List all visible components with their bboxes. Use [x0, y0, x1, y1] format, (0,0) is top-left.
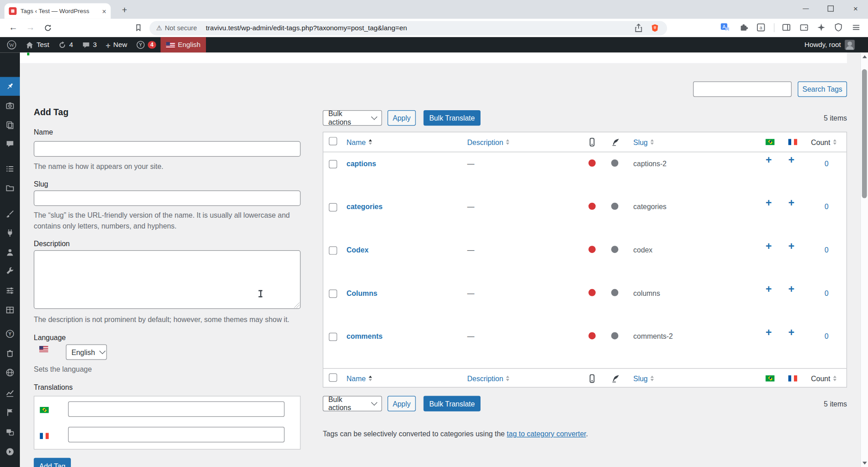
sort-by-slug-header[interactable]: Slug [633, 374, 653, 383]
sidebar-item-appearance[interactable] [0, 204, 20, 223]
add-translation-br-button[interactable]: + [765, 327, 772, 337]
tag-count-link[interactable]: 0 [819, 203, 834, 211]
scroll-up-arrow[interactable] [862, 56, 867, 58]
sidebar-item-media[interactable] [0, 96, 20, 115]
tag-name-link[interactable]: comments [346, 332, 383, 340]
sidebar-item-tablepress[interactable] [0, 301, 20, 320]
site-menu[interactable]: Test [21, 37, 54, 52]
tag-description-textarea[interactable] [34, 250, 301, 309]
sidebar-item-yoast[interactable]: Y [0, 324, 20, 343]
sort-by-count-header[interactable]: Count [811, 374, 836, 383]
language-select[interactable]: English [66, 344, 107, 360]
select-all-checkbox[interactable] [329, 137, 337, 147]
row-checkbox[interactable] [329, 290, 337, 300]
translation-input-fr[interactable] [68, 427, 285, 442]
search-tags-button[interactable]: Search Tags [798, 81, 847, 97]
sidebar-item-trash[interactable] [0, 344, 20, 363]
translation-input-br[interactable] [68, 402, 285, 417]
add-translation-fr-button[interactable]: + [789, 154, 795, 165]
row-checkbox[interactable] [329, 203, 337, 214]
reader-mode-icon[interactable]: a [756, 23, 766, 33]
sidebar-item-comments[interactable] [0, 135, 20, 154]
tag-count-link[interactable]: 0 [819, 246, 834, 254]
window-maximize-button[interactable] [818, 0, 843, 17]
brave-shields-button[interactable] [650, 23, 660, 33]
tag-name-link[interactable]: Columns [346, 289, 377, 297]
sidebar-item-plugins[interactable] [0, 224, 20, 243]
sidebar-item-lists[interactable] [0, 159, 20, 178]
apply-button-bottom[interactable]: Apply [387, 396, 416, 411]
add-tag-submit-button[interactable]: Add Tag [34, 458, 71, 467]
sort-by-description-header[interactable]: Description [467, 138, 509, 146]
bulk-actions-select-top[interactable]: Bulk actions [323, 110, 382, 126]
forward-button[interactable]: → [25, 22, 36, 33]
browser-tab[interactable]: Tags ‹ Test — WordPress × [5, 3, 111, 19]
sidebar-item-analytics[interactable] [0, 383, 20, 402]
bulk-translate-button-top[interactable]: Bulk Translate [424, 110, 481, 126]
bookmark-button[interactable] [133, 22, 144, 33]
add-translation-br-button[interactable]: + [765, 284, 772, 294]
scrollbar-thumb[interactable] [862, 69, 867, 198]
tab-close-icon[interactable]: × [102, 8, 106, 15]
row-checkbox[interactable] [329, 160, 337, 170]
tag-slug-input[interactable] [34, 191, 301, 206]
sidebar-item-folder[interactable] [0, 179, 20, 198]
howdy-text[interactable]: Howdy, root [804, 41, 841, 49]
vpn-shield-button[interactable] [834, 23, 844, 33]
updates-menu[interactable]: 4 [54, 37, 78, 52]
add-translation-br-button[interactable]: + [765, 198, 772, 208]
bulk-translate-button-bottom[interactable]: Bulk Translate [424, 396, 481, 411]
language-switcher-menu[interactable]: English [161, 37, 206, 52]
sidebar-item-users[interactable] [0, 243, 20, 262]
browser-menu-button[interactable] [851, 23, 861, 33]
add-translation-fr-button[interactable]: + [789, 284, 795, 294]
window-close-button[interactable]: × [843, 0, 868, 17]
row-checkbox[interactable] [329, 246, 337, 257]
yoast-seo-menu[interactable]: Y 4 [131, 37, 160, 52]
sidebar-item-languages[interactable] [0, 403, 20, 422]
share-button[interactable] [634, 23, 644, 33]
bulk-actions-select-bottom[interactable]: Bulk actions [323, 396, 382, 411]
add-translation-br-button[interactable]: + [765, 154, 772, 165]
new-tab-button[interactable]: + [118, 5, 131, 17]
back-button[interactable]: ← [8, 22, 19, 33]
user-avatar[interactable] [845, 40, 855, 50]
tag-to-category-converter-link[interactable]: tag to category converter [507, 430, 586, 438]
wallet-button[interactable] [799, 23, 809, 33]
tag-name-link[interactable]: captions [346, 159, 376, 168]
new-content-menu[interactable]: + New [101, 37, 131, 52]
sidebar-toggle-button[interactable] [782, 23, 792, 33]
reload-button[interactable] [42, 22, 53, 33]
translate-extension-icon[interactable]: A [720, 23, 730, 33]
url-text[interactable]: travivu.test/wp-admin/edit-tags.php?taxo… [206, 24, 407, 32]
sort-by-name-header[interactable]: Name [346, 374, 372, 383]
tag-name-link[interactable]: Codex [346, 246, 369, 254]
tag-name-input[interactable] [34, 141, 301, 157]
add-translation-fr-button[interactable]: + [789, 327, 795, 337]
sort-by-slug-header[interactable]: Slug [633, 138, 653, 146]
tag-count-link[interactable]: 0 [819, 289, 834, 297]
sort-by-count-header[interactable]: Count [811, 138, 836, 146]
window-minimize-button[interactable]: — [793, 0, 818, 17]
wp-logo-menu[interactable]: W [2, 37, 21, 52]
add-translation-fr-button[interactable]: + [789, 198, 795, 208]
tag-count-link[interactable]: 0 [819, 159, 834, 168]
select-all-checkbox[interactable] [329, 373, 337, 383]
sidebar-item-pages[interactable] [0, 116, 20, 135]
textarea-resize-handle[interactable] [294, 302, 299, 308]
scroll-down-arrow[interactable] [862, 462, 867, 464]
leo-ai-button[interactable] [817, 23, 826, 33]
sidebar-item-settings[interactable] [0, 281, 20, 300]
comments-menu[interactable]: 3 [77, 37, 101, 52]
sidebar-collapse-button[interactable] [0, 442, 20, 461]
address-bar[interactable]: ⚠ Not secure travivu.test/wp-admin/edit-… [149, 21, 667, 36]
search-tags-input[interactable] [693, 81, 792, 97]
tag-name-link[interactable]: categories [346, 203, 383, 211]
row-checkbox[interactable] [329, 333, 337, 343]
extensions-puzzle-icon[interactable] [739, 23, 749, 33]
security-label[interactable]: Not secure [165, 24, 197, 32]
sidebar-item-tools[interactable] [0, 262, 20, 281]
apply-button-top[interactable]: Apply [387, 110, 416, 126]
sidebar-item-translations[interactable] [0, 423, 20, 442]
add-translation-fr-button[interactable]: + [789, 241, 795, 251]
